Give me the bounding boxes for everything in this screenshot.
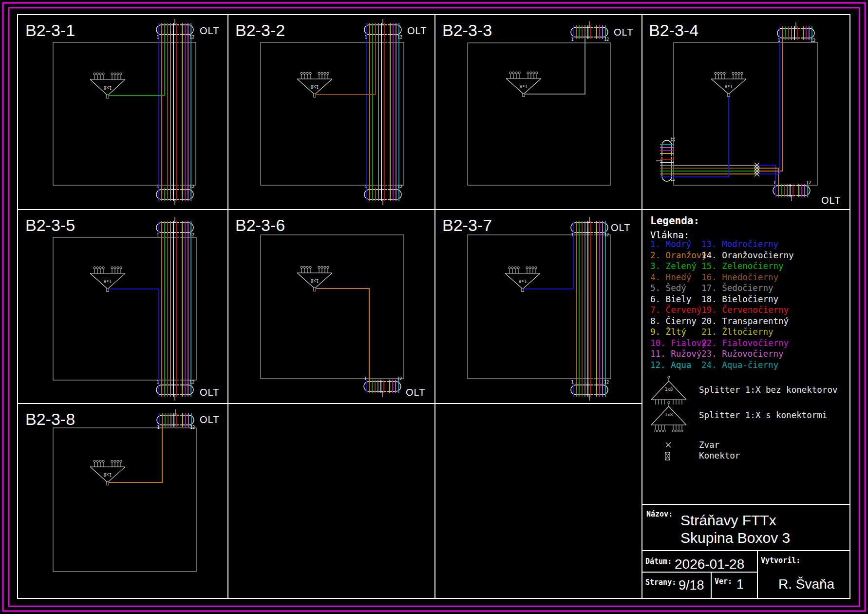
olt-label: OLT (200, 387, 219, 398)
olt-label: OLT (611, 222, 630, 233)
legend-splitter1-label: Splitter 1:X bez konektorov (699, 385, 837, 395)
legend-konektor-label: Konektor (699, 451, 740, 460)
splitter-ratio-label: 1x8 (519, 84, 528, 89)
connector-label-last: 12 (670, 137, 675, 142)
connector-label-last: 12 (189, 184, 194, 189)
sheet-canvas: B2-3-11x8112112OLTB2-3-21x8112112OLTB2-3… (0, 0, 868, 614)
legend-item-fiber-24: 24. Aqua-čierny (701, 360, 778, 370)
connector-label-first: 1 (156, 232, 159, 237)
connector-label-first: 1 (364, 184, 367, 189)
connector-label-first: 1 (670, 179, 675, 182)
legend-item-fiber-19: 19. Červenočierny (701, 305, 789, 315)
splitter-apex-port (107, 482, 109, 485)
splitter-ratio-label: 1x8 (310, 84, 319, 90)
connector-label-first: 1 (571, 380, 573, 384)
splitter-apex-port (107, 288, 109, 292)
titleblock-ver-label: Ver: (715, 577, 732, 586)
legend-item-fiber-14: 14. Oranžovočierny (701, 250, 794, 260)
legend-item-fiber-7: 7. Červený (650, 305, 701, 315)
legend-item-fiber-1: 1. Modrý (650, 239, 691, 249)
document-title-line2: Skupina Boxov 3 (680, 530, 790, 546)
legend-item-fiber-13: 13. Modročierny (701, 239, 778, 249)
document-page-number: 9/18 (679, 578, 704, 593)
connector-label-first: 1 (156, 380, 159, 384)
titleblock-vytvoril-label: Vytvoril: (761, 556, 800, 565)
splitter-ratio-label: 1x8 (518, 279, 527, 284)
connector-label-last: 12 (189, 35, 194, 39)
legend-item-fiber-6: 6. Biely (650, 294, 691, 304)
legend-item-fiber-4: 4. Hnedý (650, 272, 691, 282)
connector-label-last: 12 (190, 425, 195, 430)
splitter-apex-port (522, 288, 524, 292)
document-author: R. Švaňa (778, 576, 835, 592)
panel-title: B2-3-1 (25, 21, 75, 39)
panel-title: B2-3-8 (25, 410, 75, 428)
splitter-apex-port (314, 94, 316, 97)
document-date: 2026-01-28 (675, 556, 744, 572)
legend-item-fiber-5: 5. Šedý (650, 283, 686, 293)
document-version: 1 (736, 577, 744, 592)
legend-item-fiber-11: 11. Ružový (650, 349, 701, 359)
connector-label-last: 12 (811, 38, 815, 43)
legend-item-fiber-9: 9. Žltý (650, 326, 686, 337)
connector-label-first: 1 (157, 425, 159, 430)
connector-label-first: 1 (777, 38, 780, 43)
legend-title: Legenda: (650, 215, 699, 227)
panel-title: B2-3-7 (442, 216, 492, 234)
olt-label: OLT (407, 25, 427, 36)
panel-title: B2-3-6 (235, 216, 285, 234)
panel-title: B2-3-2 (235, 21, 285, 39)
document-title-line1: Stráňavy FTTx (680, 512, 776, 528)
titleblock-datum-label: Dátum: (645, 557, 672, 566)
legend-zvar-label: Zvar (699, 440, 719, 450)
connector-label-last: 12 (189, 232, 194, 237)
legend-item-fiber-10: 10. Fialový (650, 338, 707, 348)
connector-label-first: 1 (156, 35, 159, 39)
olt-label: OLT (200, 25, 219, 36)
titleblock-nazov-label: Názov: (646, 510, 673, 518)
legend-splitter2-label: Splitter 1:X s konektormi (699, 410, 827, 420)
connector-label-first: 1 (364, 376, 366, 381)
connector-label-first: 1 (571, 37, 573, 42)
panel-title: B2-3-5 (25, 216, 75, 234)
titleblock-strany-label: Strany: (645, 578, 676, 587)
splitter-apex-port (523, 94, 525, 97)
olt-label: OLT (406, 387, 425, 398)
fttx-schematic-sheet: B2-3-11x8112112OLTB2-3-21x8112112OLTB2-3… (0, 0, 868, 614)
legend-subtitle: Vlákna: (650, 230, 689, 240)
legend-item-fiber-8: 8. Čierny (650, 316, 697, 326)
connector-label-last: 12 (397, 184, 402, 189)
splitter-apex-port (107, 95, 109, 98)
splitter-apex-port (314, 288, 316, 291)
connector-label-last: 12 (604, 37, 609, 42)
olt-label: OLT (614, 27, 633, 38)
splitter-ratio-label: 1x8 (103, 279, 112, 284)
connector-label-last: 12 (806, 180, 811, 185)
connector-label-last: 12 (397, 376, 402, 381)
legend-item-fiber-18: 18. Bieločierny (701, 294, 778, 304)
splitter-ratio-label: 1x8 (103, 85, 112, 91)
splitter-ratio-label: 1x8 (310, 278, 319, 284)
splitter-apex-port (728, 94, 730, 97)
connector-label-last: 12 (604, 380, 609, 384)
panel-title: B2-3-4 (649, 21, 698, 39)
olt-label: OLT (200, 414, 219, 425)
connector-label-last: 12 (604, 232, 609, 237)
connector-label-first: 1 (156, 184, 159, 189)
legend-item-fiber-16: 16. Hnedočierny (701, 272, 778, 282)
legend-item-fiber-3: 3. Zelený (650, 261, 697, 271)
connector-label-first: 1 (364, 35, 367, 39)
legend-item-fiber-23: 23. Ružovočierny (701, 349, 784, 359)
legend-item-fiber-12: 12. Aqua (650, 360, 691, 370)
olt-label: OLT (821, 195, 841, 206)
connector-label-first: 1 (773, 180, 775, 185)
legend-item-fiber-17: 17. Šedočierny (701, 283, 774, 293)
legend-item-fiber-2: 2. Oranžový (650, 250, 707, 260)
legend-item-fiber-21: 21. Žltočierny (701, 326, 774, 337)
legend-item-fiber-20: 20. Transparentný (701, 316, 789, 326)
splitter-ratio-label: 1x8 (724, 84, 733, 89)
connector-label-last: 12 (397, 35, 402, 39)
splitter-ratio-label: 1x8 (665, 387, 673, 392)
legend-item-fiber-22: 22. Fialovočierny (701, 338, 789, 348)
connector-label-last: 12 (189, 380, 194, 384)
